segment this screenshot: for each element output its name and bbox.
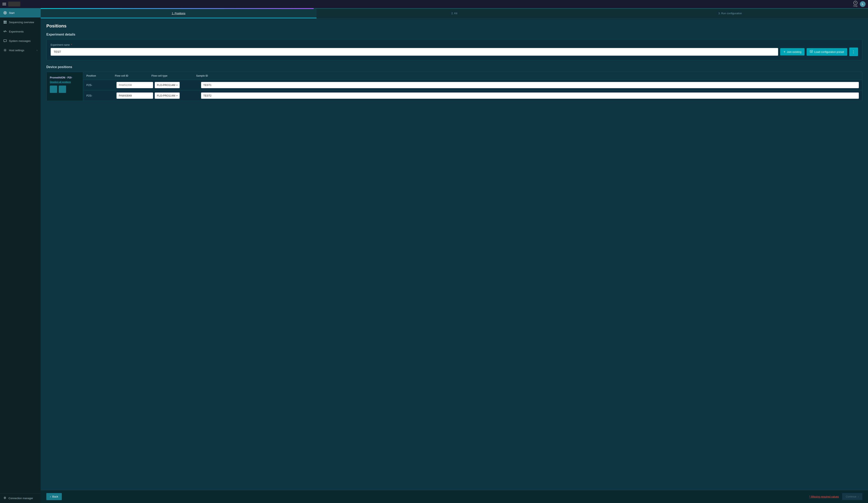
page-title: Positions <box>46 23 862 29</box>
tab-positions[interactable]: 1. Positions <box>41 9 317 18</box>
load-config-label: Load configuration preset <box>814 50 844 53</box>
row2-flow-cell-type-select[interactable]: FLO-PRO114M ▾ <box>155 93 180 99</box>
join-existing-button[interactable]: + Join existing <box>780 48 805 55</box>
col-flow-cell-id: Flow cell ID <box>115 74 152 77</box>
svg-point-4 <box>5 50 6 51</box>
experiment-details-card: Experiment name * + Join existing <box>46 39 862 60</box>
main-layout: Start Sequencing overview Experiments <box>0 8 868 503</box>
experiment-name-label: Experiment name * <box>51 43 858 46</box>
sidebar-item-label: System messages <box>9 40 31 42</box>
position-box-2[interactable] <box>59 86 66 93</box>
wave-icon <box>3 30 7 33</box>
row1-flow-cell-id[interactable] <box>116 82 153 88</box>
connection-manager-label: Connection manager <box>9 497 33 500</box>
app-logo <box>8 2 20 7</box>
hamburger-menu[interactable] <box>2 3 6 5</box>
more-options-button[interactable]: ⋮ <box>849 48 858 56</box>
sidebar-item-label: Start <box>9 11 14 14</box>
topbar-right: ? Help L <box>853 1 866 7</box>
sidebar: Start Sequencing overview Experiments <box>0 8 41 503</box>
back-button[interactable]: ‹ Back <box>46 493 62 500</box>
back-arrow-icon: ‹ <box>50 495 51 498</box>
row2-flow-cell-id[interactable] <box>116 93 153 99</box>
svg-point-2 <box>5 13 5 13</box>
row2-position: P2S- <box>86 94 115 97</box>
device-table-wrapper: PromethION · P2I- Deselect all positions <box>46 72 862 101</box>
experiment-details-section: Experiment details Experiment name * + J… <box>46 33 862 60</box>
device-name: PromethION · P2I- <box>50 76 80 79</box>
sidebar-item-connection-manager[interactable]: Connection manager <box>0 493 41 503</box>
experiment-name-row: + Join existing Load con <box>51 48 858 56</box>
sidebar-item-sequencing-overview[interactable]: Sequencing overview <box>0 18 41 27</box>
position-boxes <box>50 86 80 93</box>
sidebar-item-label: Sequencing overview <box>9 21 34 24</box>
table-row: P2S- FLO-PRO114M ▾ <box>83 91 862 101</box>
tab-kit-label: 2. Kit <box>451 12 457 15</box>
sidebar-item-label: Experiments <box>9 30 23 33</box>
load-config-button[interactable]: Load configuration preset <box>807 48 847 56</box>
continue-label: Continue <box>846 495 856 498</box>
row1-flow-cell-type-select[interactable]: FLO-PRO114M ▾ <box>155 82 180 88</box>
row2-flow-cell-type-value: FLO-PRO114M <box>157 94 175 97</box>
sidebar-nav: Start Sequencing overview Experiments <box>0 8 41 55</box>
device-card: PromethION · P2I- Deselect all positions <box>46 72 862 101</box>
row1-sample-id[interactable] <box>201 82 859 88</box>
sidebar-item-system-messages[interactable]: System messages <box>0 36 41 45</box>
topbar-left <box>2 2 20 7</box>
required-star: * <box>71 43 72 46</box>
grid-icon <box>3 20 7 24</box>
chevron-right-icon: › <box>37 49 38 51</box>
content-inner: Positions Experiment details Experiment … <box>41 19 868 490</box>
footer-right: * Missing required values Continue › <box>809 493 862 500</box>
tab-run-configuration[interactable]: 3. Run configuration <box>592 9 868 18</box>
position-box-1[interactable] <box>50 86 57 93</box>
sidebar-item-start[interactable]: Start <box>0 8 41 18</box>
svg-rect-3 <box>4 40 7 42</box>
content-footer: ‹ Back * Missing required values Continu… <box>41 490 868 503</box>
topbar: ? Help L <box>0 0 868 8</box>
row2-sample-id[interactable] <box>201 93 859 99</box>
device-table: Position Flow cell ID Flow cell type Sam… <box>83 72 862 101</box>
col-position: Position <box>86 74 115 77</box>
join-existing-label: Join existing <box>787 50 802 53</box>
device-positions-section: Device positions PromethION · P2I- Desel… <box>46 65 862 101</box>
tab-kit[interactable]: 2. Kit <box>317 9 592 18</box>
content-area: Positions Experiment details Experiment … <box>41 19 868 503</box>
col-sample-id: Sample ID <box>196 74 859 77</box>
row1-flow-cell-type-value: FLO-PRO114M <box>157 84 175 86</box>
plug-icon <box>3 496 7 500</box>
missing-values-warning[interactable]: * Missing required values <box>809 495 839 498</box>
download-icon <box>810 50 813 54</box>
deselect-all-link[interactable]: Deselect all positions <box>50 81 80 83</box>
back-label: Back <box>52 495 58 498</box>
target-icon <box>3 11 7 15</box>
row1-position: P2S- <box>86 84 115 86</box>
sidebar-item-host-settings[interactable]: Host settings › <box>0 45 41 55</box>
col-flow-cell-type: Flow cell type <box>152 74 196 77</box>
plus-icon: + <box>783 50 785 53</box>
message-icon <box>3 39 7 43</box>
continue-arrow-icon: › <box>858 495 859 498</box>
chevron-down-icon: ▾ <box>176 94 177 97</box>
device-positions-title: Device positions <box>46 65 862 69</box>
tab-run-config-label: 3. Run configuration <box>719 12 742 15</box>
wizard-tabs: 1. Positions 2. Kit 3. Run configuration <box>41 9 868 19</box>
table-header: Position Flow cell ID Flow cell type Sam… <box>83 72 862 80</box>
gear-icon <box>3 48 7 52</box>
sidebar-item-label: Host settings <box>9 49 24 52</box>
help-button[interactable]: ? Help <box>853 1 857 7</box>
user-avatar[interactable]: L <box>860 1 866 7</box>
sidebar-item-experiments[interactable]: Experiments <box>0 27 41 36</box>
help-icon: ? <box>854 1 857 5</box>
tab-positions-label: 1. Positions <box>172 12 185 15</box>
experiment-details-title: Experiment details <box>46 33 862 36</box>
experiment-name-input[interactable] <box>51 48 778 56</box>
continue-button[interactable]: Continue › <box>842 493 862 500</box>
help-label: Help <box>853 5 857 7</box>
device-info-panel: PromethION · P2I- Deselect all positions <box>46 72 83 101</box>
chevron-down-icon: ▾ <box>176 84 177 86</box>
table-row: P2S- FLO-PRO114M ▾ <box>83 80 862 91</box>
